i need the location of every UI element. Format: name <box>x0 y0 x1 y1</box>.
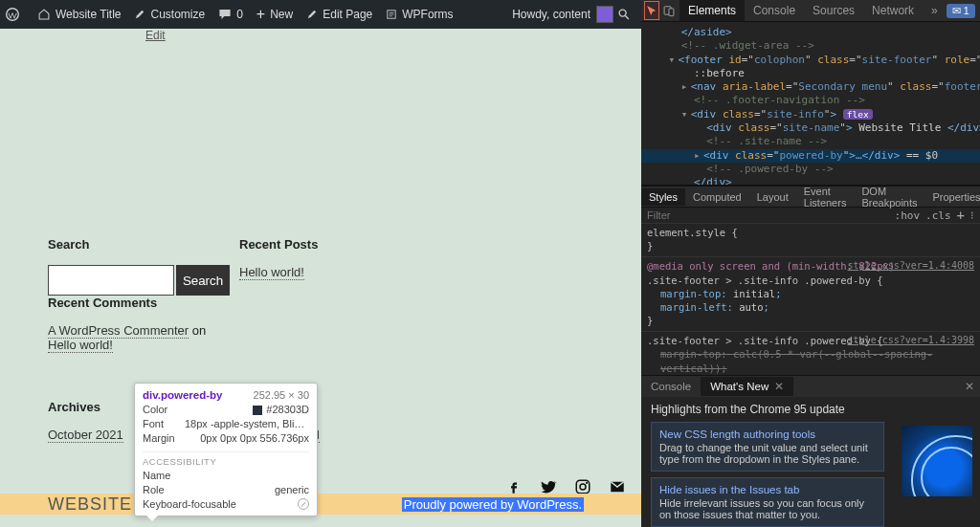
tab-event-listeners[interactable]: Event Listeners <box>796 183 855 211</box>
tooltip-color-value: #28303D <box>253 404 309 415</box>
wordpress-viewport: Website Title Customize 0 +New Edit Page… <box>0 0 641 527</box>
on-text: on <box>189 323 206 338</box>
new-style-rule-button[interactable]: + <box>957 208 965 223</box>
widget-search: Search Search <box>48 237 230 296</box>
styles-rules[interactable]: element.style { } style.css?ver=1.4:4008… <box>641 224 980 375</box>
inspector-tooltip: div.powered-by252.95 × 30 Color#28303D F… <box>134 383 318 516</box>
powered-by-highlight: WEBSITE TITLE Proudly powered by WordPre… <box>0 494 641 515</box>
tooltip-margin-label: Margin <box>143 432 175 444</box>
wpforms-link[interactable]: WPForms <box>386 8 453 21</box>
recent-post-link[interactable]: Hello world! <box>239 265 304 280</box>
messages-badge[interactable]: ✉1 <box>947 4 975 18</box>
archive-link[interactable]: October 2021 <box>48 428 123 443</box>
tab-dom-breakpoints[interactable]: DOM Breakpoints <box>854 183 924 211</box>
svg-point-2 <box>619 10 626 16</box>
tooltip-font-value: 18px -apple-system, BlinkMacSystemFon… <box>185 418 309 429</box>
devtools-drawer: Console What's New✕ ✕ Highlights from th… <box>641 375 980 527</box>
styles-panel-tabs: Styles Computed Layout Event Listeners D… <box>641 187 980 208</box>
tooltip-font-label: Font <box>143 418 164 429</box>
site-name-link[interactable]: Website Title <box>37 8 121 21</box>
edit-link[interactable]: Edit <box>145 29 166 42</box>
device-toolbar-button[interactable] <box>662 2 676 19</box>
tooltip-name-label: Name <box>143 470 170 481</box>
tooltip-role-label: Role <box>143 484 165 495</box>
drawer-tab-console[interactable]: Console <box>641 378 701 395</box>
tip-card[interactable]: New CSS length authoring tools Drag to c… <box>651 422 884 472</box>
widget-recent-posts: Recent Posts Hello world! <box>239 237 421 296</box>
tooltip-selector: div.powered-by <box>143 389 223 401</box>
comments-link[interactable]: 0 <box>218 8 243 21</box>
styles-filter-row: :hov .cls + ⁝ <box>641 208 980 224</box>
whatsnew-title: Highlights from the Chrome 95 update <box>651 403 970 416</box>
howdy-user[interactable]: Howdy, content <box>512 6 613 23</box>
tooltip-role-value: generic <box>275 484 309 495</box>
not-focusable-icon <box>298 498 309 510</box>
avatar <box>596 6 613 23</box>
search-input[interactable] <box>48 265 174 296</box>
tabs-overflow[interactable]: » <box>923 0 947 21</box>
commenter-link[interactable]: A WordPress Commenter <box>48 323 189 339</box>
wp-logo[interactable] <box>6 8 24 21</box>
widget-title: Recent Comments <box>48 296 220 310</box>
tooltip-margin-value: 0px 0px 0px 556.736px <box>200 432 309 444</box>
tab-sources[interactable]: Sources <box>804 0 863 21</box>
close-tab-icon[interactable]: ✕ <box>774 381 784 392</box>
tab-computed[interactable]: Computed <box>685 188 749 206</box>
tab-properties[interactable]: Properties <box>924 188 980 206</box>
svg-point-5 <box>586 482 588 484</box>
hov-toggle[interactable]: :hov <box>895 209 921 222</box>
styles-more-icon[interactable]: ⁝ <box>970 209 974 222</box>
tab-styles[interactable]: Styles <box>641 188 685 206</box>
tooltip-color-label: Color <box>143 404 167 415</box>
close-drawer-icon[interactable]: ✕ <box>965 380 974 393</box>
tab-network[interactable]: Network <box>863 0 923 21</box>
tip-card[interactable]: Hide issues in the Issues tab Hide irrel… <box>651 477 884 527</box>
widget-title: Search <box>48 237 230 252</box>
tooltip-keyboard-focusable-label: Keyboard-focusable <box>143 498 236 510</box>
tooltip-dimensions: 252.95 × 30 <box>254 389 309 401</box>
search-button[interactable]: Search <box>176 265 230 296</box>
svg-point-0 <box>7 9 19 21</box>
customize-link[interactable]: Customize <box>134 8 205 21</box>
styles-filter-input[interactable] <box>647 209 895 221</box>
dom-tree[interactable]: </aside> <!-- .widget-area --> ▾<footer … <box>641 22 980 185</box>
widget-recent-comments: Recent Comments A WordPress Commenter on… <box>48 296 220 352</box>
widget-title: Recent Posts <box>239 237 421 252</box>
inspect-element-button[interactable] <box>645 2 658 19</box>
cls-toggle[interactable]: .cls <box>925 209 951 222</box>
edit-page-link[interactable]: Edit Page <box>306 8 372 21</box>
tab-layout[interactable]: Layout <box>749 188 796 206</box>
page-content: Edit Search Search Recent Posts Hello wo… <box>0 29 641 527</box>
wp-admin-bar: Website Title Customize 0 +New Edit Page… <box>0 0 641 29</box>
comment-post-link[interactable]: Hello world! <box>48 338 113 353</box>
powered-by-text[interactable]: Proudly powered by WordPress. <box>402 497 584 512</box>
svg-point-4 <box>580 484 586 490</box>
new-link[interactable]: +New <box>256 8 293 21</box>
tab-elements[interactable]: Elements <box>679 0 745 21</box>
devtools-panel: Elements Console Sources Network » ✉1 ⚙ … <box>641 0 980 527</box>
devtools-toolbar: Elements Console Sources Network » ✉1 ⚙ … <box>641 0 980 22</box>
tooltip-accessibility-heading: ACCESSIBILITY <box>143 451 309 467</box>
whatsnew-logo <box>902 426 972 496</box>
svg-rect-7 <box>669 9 674 16</box>
admin-search-icon[interactable] <box>617 8 635 21</box>
tab-console[interactable]: Console <box>745 0 804 21</box>
drawer-tab-whatsnew[interactable]: What's New✕ <box>701 377 793 396</box>
